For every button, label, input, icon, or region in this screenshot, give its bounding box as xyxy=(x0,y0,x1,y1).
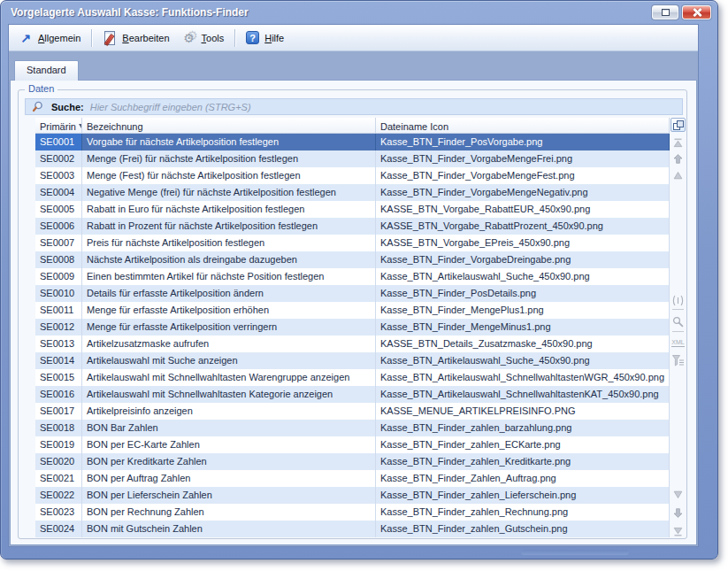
cell-dateiname-icon[interactable]: Kasse_BTN_Finder_zahlen_Kreditkarte.png xyxy=(376,453,670,470)
cell-dateiname-icon[interactable]: Kasse_BTN_Finder_VorgabeMengeFest.png xyxy=(376,167,670,184)
table-row[interactable]: SE0002Menge (Frei) für nächste Artikelpo… xyxy=(35,150,670,167)
cell-dateiname-icon[interactable]: Kasse_BTN_Finder_VorgabeMengeFrei.png xyxy=(376,150,670,167)
table-row[interactable]: SE0012Menge für erfasste Artikelposition… xyxy=(35,319,670,336)
cell-primary-key[interactable]: SE0019 xyxy=(35,436,82,453)
toolbar-item-tools[interactable]: Tools xyxy=(176,28,231,48)
cell-bezeichnung[interactable]: Rabatt in Prozent für nächste Artikelpos… xyxy=(82,218,376,235)
cell-bezeichnung[interactable]: BON per Rechnung Zahlen xyxy=(82,504,376,521)
cell-dateiname-icon[interactable]: Kasse_BTN_Artikelauswahl_Suche_450x90.pn… xyxy=(376,352,670,369)
cell-primary-key[interactable]: SE0013 xyxy=(35,336,82,352)
magnifier-icon[interactable] xyxy=(672,316,684,328)
cell-bezeichnung[interactable]: Artikelauswahl mit Suche anzeigen xyxy=(82,352,376,369)
cell-bezeichnung[interactable]: Artikelpreisinfo anzeigen xyxy=(82,403,376,420)
cell-dateiname-icon[interactable]: KASSE_BTN_Details_Zusatzmaske_450x90.png xyxy=(376,336,670,352)
filter-icon[interactable] xyxy=(672,355,684,367)
table-row[interactable]: SE0013Artikelzusatzmaske aufrufenKASSE_B… xyxy=(35,336,670,352)
cell-primary-key[interactable]: SE0009 xyxy=(35,268,82,285)
close-button[interactable] xyxy=(682,5,711,19)
table-row[interactable]: SE0009Einen bestimmten Artikel für nächs… xyxy=(35,268,670,285)
cell-bezeichnung[interactable]: Negative Menge (frei) für nächste Artike… xyxy=(82,184,376,201)
cell-primary-key[interactable]: SE0010 xyxy=(35,285,82,302)
scroll-next-icon[interactable] xyxy=(672,489,684,500)
cell-dateiname-icon[interactable]: KASSE_BTN_Vorgabe_EPreis_450x90.png xyxy=(376,235,670,251)
table-row[interactable]: SE0017Artikelpreisinfo anzeigenKASSE_MEN… xyxy=(35,403,670,420)
cell-dateiname-icon[interactable]: KASSE_MENUE_ARTIKELPREISINFO.PNG xyxy=(376,403,670,420)
cell-primary-key[interactable]: SE0003 xyxy=(35,167,82,184)
scroll-down-icon[interactable] xyxy=(672,507,684,519)
cell-dateiname-icon[interactable]: Kasse_BTN_Finder_MengeMinus1.png xyxy=(376,319,670,336)
cell-primary-key[interactable]: SE0012 xyxy=(35,319,82,336)
cell-primary-key[interactable]: SE0004 xyxy=(35,184,82,201)
scroll-up-icon[interactable] xyxy=(672,153,684,165)
table-row[interactable]: SE0022BON per Lieferschein ZahlenKasse_B… xyxy=(35,487,670,504)
cell-primary-key[interactable]: SE0016 xyxy=(35,386,82,403)
cell-bezeichnung[interactable]: Artikelauswahl mit Schnellwahltasten Kat… xyxy=(82,386,376,403)
resize-grip[interactable] xyxy=(521,550,629,555)
scroll-first-icon[interactable] xyxy=(672,137,684,149)
table-row[interactable]: SE0003Menge (Fest) für nächste Artikelpo… xyxy=(35,167,670,184)
table-row[interactable]: SE0008Nächste Artikelposition als dreing… xyxy=(35,251,670,268)
cell-primary-key[interactable]: SE0018 xyxy=(35,420,82,436)
column-header-bezeichnung[interactable]: Bezeichnung xyxy=(82,118,376,133)
table-row[interactable]: SE0019BON per EC-Karte ZahlenKasse_BTN_F… xyxy=(35,436,670,453)
cell-dateiname-icon[interactable]: Kasse_BTN_Artikelauswahl_Schnellwahltast… xyxy=(376,369,670,386)
cell-bezeichnung[interactable]: Menge für erfasste Artikelposition erhöh… xyxy=(82,302,376,319)
cell-bezeichnung[interactable]: Rabatt in Euro für nächste Artikelpositi… xyxy=(82,201,376,218)
cell-bezeichnung[interactable]: BON per EC-Karte Zahlen xyxy=(82,436,376,453)
toolbar-item-bearbeiten[interactable]: Bearbeiten xyxy=(96,28,175,48)
table-row[interactable]: SE0006Rabatt in Prozent für nächste Arti… xyxy=(35,218,670,235)
cell-bezeichnung[interactable]: BON mit Gutschein Zahlen xyxy=(82,521,376,537)
search-input[interactable]: Suche: Hier Suchbegriff eingeben (STRG+S… xyxy=(25,98,683,115)
title-bar[interactable]: Vorgelagerte Auswahl Kasse: Funktions-Fi… xyxy=(1,1,717,23)
cell-dateiname-icon[interactable]: Kasse_BTN_Finder_zahlen_barzahlung.png xyxy=(376,420,670,436)
cell-bezeichnung[interactable]: BON per Lieferschein Zahlen xyxy=(82,487,376,504)
cell-bezeichnung[interactable]: BON per Kreditkarte Zahlen xyxy=(82,453,376,470)
column-chooser-button[interactable] xyxy=(671,118,686,132)
cell-bezeichnung[interactable]: BON per Auftrag Zahlen xyxy=(82,470,376,487)
cell-primary-key[interactable]: SE0011 xyxy=(35,302,82,319)
cell-dateiname-icon[interactable]: Kasse_BTN_Finder_VorgabeMengeNegativ.png xyxy=(376,184,670,201)
table-row[interactable]: SE0018BON Bar ZahlenKasse_BTN_Finder_zah… xyxy=(35,420,670,436)
toolbar-item-hilfe[interactable]: Hilfe xyxy=(240,28,290,47)
cell-primary-key[interactable]: SE0017 xyxy=(35,403,82,420)
cell-primary-key[interactable]: SE0020 xyxy=(35,453,82,470)
cell-primary-key[interactable]: SE0021 xyxy=(35,470,82,487)
xml-icon[interactable]: XML xyxy=(672,337,684,349)
cell-primary-key[interactable]: SE0005 xyxy=(35,201,82,218)
table-row[interactable]: SE0016Artikelauswahl mit Schnellwahltast… xyxy=(35,386,670,403)
cell-primary-key[interactable]: SE0008 xyxy=(35,251,82,268)
cell-primary-key[interactable]: SE0022 xyxy=(35,487,82,504)
table-row[interactable]: SE0021BON per Auftrag ZahlenKasse_BTN_Fi… xyxy=(35,470,670,487)
cell-bezeichnung[interactable]: Einen bestimmten Artikel für nächste Pos… xyxy=(82,268,376,285)
cell-primary-key[interactable]: SE0006 xyxy=(35,218,82,235)
table-row[interactable]: SE0011Menge für erfasste Artikelposition… xyxy=(35,302,670,319)
cell-dateiname-icon[interactable]: Kasse_BTN_Finder_zahlen_ECKarte.png xyxy=(376,436,670,453)
scroll-last-icon[interactable] xyxy=(672,526,684,537)
tab-standard[interactable]: Standard xyxy=(14,60,79,81)
cell-dateiname-icon[interactable]: Kasse_BTN_Finder_zahlen_Lieferschein.png xyxy=(376,487,670,504)
cell-dateiname-icon[interactable]: Kasse_BTN_Finder_VorgabeDreingabe.png xyxy=(376,251,670,268)
cell-bezeichnung[interactable]: Artikelauswahl mit Schnellwahltasten War… xyxy=(82,369,376,386)
minimize-button[interactable] xyxy=(652,5,678,19)
table-row[interactable]: SE0020BON per Kreditkarte ZahlenKasse_BT… xyxy=(35,453,670,470)
cell-primary-key[interactable]: SE0023 xyxy=(35,504,82,521)
cell-dateiname-icon[interactable]: KASSE_BTN_Vorgabe_RabattEUR_450x90.png xyxy=(376,201,670,218)
scroll-prev-icon[interactable] xyxy=(672,170,684,181)
cell-dateiname-icon[interactable]: Kasse_BTN_Finder_MengePlus1.png xyxy=(376,302,670,319)
cell-bezeichnung[interactable]: Nächste Artikelposition als dreingabe da… xyxy=(82,251,376,268)
cell-primary-key[interactable]: SE0024 xyxy=(35,521,82,537)
cell-bezeichnung[interactable]: Artikelzusatzmaske aufrufen xyxy=(82,336,376,352)
cell-bezeichnung[interactable]: Menge (Fest) für nächste Artikelposition… xyxy=(82,167,376,184)
cell-bezeichnung[interactable]: Menge für erfasste Artikelposition verri… xyxy=(82,319,376,336)
table-row[interactable]: SE0015Artikelauswahl mit Schnellwahltast… xyxy=(35,369,670,386)
cell-dateiname-icon[interactable]: Kasse_BTN_Artikelauswahl_Suche_450x90.pn… xyxy=(376,268,670,285)
cell-dateiname-icon[interactable]: Kasse_BTN_Finder_zahlen_Rechnung.png xyxy=(376,504,670,521)
cell-primary-key[interactable]: SE0001 xyxy=(35,134,82,150)
cell-dateiname-icon[interactable]: Kasse_BTN_Finder_Zahlen_Auftrag.png xyxy=(376,470,670,487)
cell-dateiname-icon[interactable]: Kasse_BTN_Finder_PosVorgabe.png xyxy=(376,134,670,150)
cell-bezeichnung[interactable]: Preis für nächste Artikelposition festle… xyxy=(82,235,376,251)
toolbar-item-allgemein[interactable]: Allgemein xyxy=(12,28,87,48)
cell-bezeichnung[interactable]: Details für erfasste Artikelposition änd… xyxy=(82,285,376,302)
cell-primary-key[interactable]: SE0007 xyxy=(35,235,82,251)
cell-bezeichnung[interactable]: Menge (Frei) für nächste Artikelposition… xyxy=(82,150,376,167)
